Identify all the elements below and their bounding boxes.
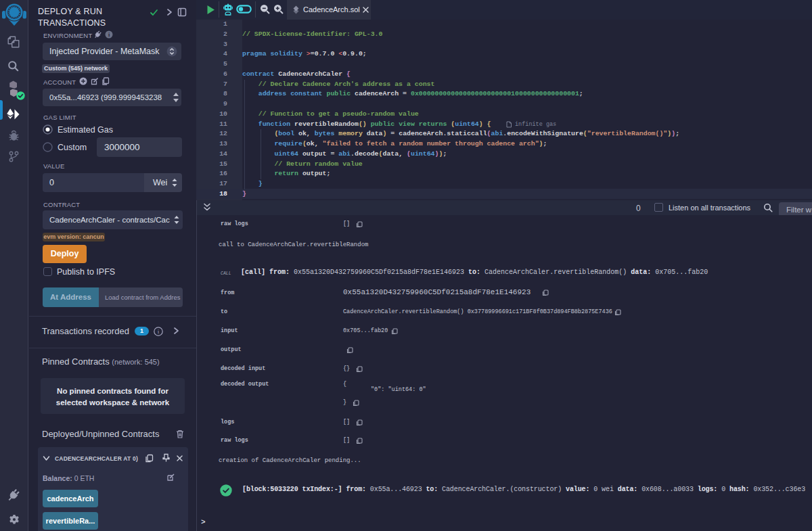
svg-text:i: i [158, 328, 160, 335]
